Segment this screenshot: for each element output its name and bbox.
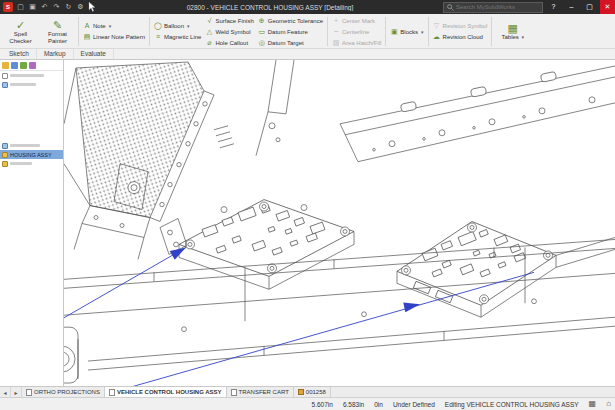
datum-target-icon: ◎: [258, 39, 266, 47]
revision-symbol-button[interactable]: ▽ Revision Symbol: [431, 21, 490, 31]
sheet-tab-bar: ◂ ▸ ORTHO PROJECTIONS VEHICLE CONTROL HO…: [0, 386, 615, 397]
note-button[interactable]: A Note ▾: [81, 21, 147, 31]
datum-feature-icon: ▭: [258, 28, 266, 36]
sheet-tab-vehicle-control-housing-assy[interactable]: VEHICLE CONTROL HOUSING ASSY: [105, 387, 227, 397]
magnetic-line-button[interactable]: ≡ Magnetic Line: [152, 32, 203, 42]
drawing-viewport[interactable]: .ln { fill:none; stroke:#4f4f4f; stroke-…: [64, 60, 615, 386]
commandmanager-ribbon: ✓ SpellChecker ✎ FormatPainter A Note ▾ …: [0, 14, 615, 49]
pcb-assembly-right-view[interactable]: [397, 222, 615, 318]
sheet-tab-001258[interactable]: 001258: [294, 387, 331, 397]
revision-cloud-button[interactable]: ☁ Revision Cloud: [431, 32, 490, 42]
ribbon-separator: [149, 17, 150, 46]
drawing-view-icon: [2, 82, 8, 88]
ribbon-separator: [428, 17, 429, 46]
balloon-button[interactable]: ◯ Balloon ▾: [152, 21, 203, 31]
minimize-button[interactable]: –: [564, 0, 579, 14]
sheet-nav-next-icon[interactable]: ▸: [11, 387, 22, 397]
ribbon-separator: [491, 17, 492, 46]
linear-note-pattern-icon: ▤: [83, 33, 91, 41]
format-painter-label-2: Painter: [48, 38, 67, 44]
weld-symbol-button[interactable]: △ Weld Symbol: [203, 27, 255, 37]
search-box[interactable]: [443, 2, 543, 13]
propertymanager-tab-icon[interactable]: [11, 62, 18, 69]
graphics-area[interactable]: .ln { fill:none; stroke:#4f4f4f; stroke-…: [64, 60, 615, 386]
tables-button[interactable]: ▦ Tables ▾: [494, 15, 531, 48]
center-mark-button[interactable]: + Center Mark: [330, 16, 383, 26]
search-input[interactable]: [456, 4, 539, 10]
rebuild-icon[interactable]: ↻: [64, 0, 73, 14]
cursor-z-coordinate: 0in: [374, 401, 383, 408]
open-icon[interactable]: ▢: [16, 0, 25, 14]
featuremanager-tab-icon[interactable]: [2, 62, 9, 69]
ribbon-separator: [78, 17, 79, 46]
help-button[interactable]: ?: [546, 0, 561, 14]
sheet-icon: [26, 389, 32, 396]
blocks-button[interactable]: ▣ Blocks ▾: [388, 27, 425, 37]
sheet-icon: [231, 389, 237, 396]
tree-item-housing-assy[interactable]: HOUSING ASSY: [0, 150, 63, 159]
cursor-y-coordinate: 6.583in: [343, 401, 364, 408]
tab-markup[interactable]: Markup: [37, 49, 74, 59]
magnetic-line-icon: ≡: [154, 33, 162, 41]
note-icon: A: [83, 22, 91, 30]
pane-toggle-icon[interactable]: ▦: [589, 398, 597, 410]
tree-item-label: HOUSING ASSY: [10, 152, 52, 158]
spell-checker-label-2: Checker: [9, 38, 31, 44]
format-painter-icon: ✎: [53, 19, 62, 31]
status-bar: 5.607in 6.583in 0in Under Defined Editin…: [0, 397, 615, 410]
tree-item[interactable]: [0, 71, 63, 80]
configurationmanager-tab-icon[interactable]: [20, 62, 27, 69]
maximize-button[interactable]: ▢: [582, 0, 597, 14]
surface-finish-button[interactable]: √ Surface Finish: [203, 16, 255, 26]
sheet-nav-prev-icon[interactable]: ◂: [0, 387, 11, 397]
commandmanager-tab-row: Sketch Markup Evaluate: [0, 49, 615, 60]
blocks-dropdown-arrow-icon[interactable]: ▾: [421, 29, 424, 35]
ribbon-separator: [385, 17, 386, 46]
datum-target-button[interactable]: ◎ Datum Target: [256, 38, 325, 48]
select-cursor-icon[interactable]: [88, 2, 97, 12]
home-icon[interactable]: ⌂: [606, 398, 611, 410]
tab-evaluate[interactable]: Evaluate: [74, 49, 114, 59]
close-button[interactable]: ✕: [600, 0, 615, 14]
dimxpert-tab-icon[interactable]: [29, 62, 36, 69]
solidworks-window: S ▢ ▣ ↶ ↷ ↻ ⚙ 02800 - VEHICLE CONTROL HO…: [0, 0, 615, 410]
tree-item[interactable]: [0, 80, 63, 89]
window-title: 02800 - VEHICLE CONTROL HOUSING ASSY [De…: [100, 4, 440, 11]
note-dropdown-arrow-icon[interactable]: ▾: [109, 23, 112, 29]
save-icon[interactable]: ▣: [28, 0, 37, 14]
balloon-icon: ◯: [154, 22, 162, 30]
redo-icon[interactable]: ↷: [52, 0, 61, 14]
pcb-assembly-left-view[interactable]: [160, 200, 354, 290]
revision-cloud-icon: ☁: [433, 33, 441, 41]
sheet-icon: [109, 389, 115, 396]
sheet-tab-transfer-cart[interactable]: TRANSFER CART: [227, 387, 294, 397]
geometric-tolerance-button[interactable]: ⊕ Geometric Tolerance: [256, 16, 325, 26]
editing-status: Editing VEHICLE CONTROL HOUSING ASSY: [445, 401, 579, 408]
hole-callout-button[interactable]: ⌀ Hole Callout: [203, 38, 255, 48]
undo-icon[interactable]: ↶: [40, 0, 49, 14]
top-cover-plate-view[interactable]: [340, 66, 615, 162]
datum-feature-button[interactable]: ▭ Datum Feature: [256, 27, 325, 37]
assembly-icon: [2, 161, 8, 167]
center-mark-icon: +: [332, 17, 340, 25]
linear-note-pattern-button[interactable]: ▤ Linear Note Pattern: [81, 32, 147, 42]
spell-checker-label-1: Spell: [14, 31, 27, 37]
sheet-tab-bar-filler: [331, 387, 615, 397]
tables-dropdown-arrow-icon[interactable]: ▾: [521, 34, 524, 40]
sheet-tab-ortho-projections[interactable]: ORTHO PROJECTIONS: [22, 387, 105, 397]
search-icon: [447, 4, 454, 11]
tab-sketch[interactable]: Sketch: [2, 49, 37, 59]
tree-item[interactable]: [0, 141, 63, 150]
format-painter-label-1: Format: [48, 31, 67, 37]
balloon-dropdown-arrow-icon[interactable]: ▾: [187, 23, 190, 29]
options-gear-icon[interactable]: ⚙: [76, 0, 85, 14]
spell-checker-button[interactable]: ✓ SpellChecker: [2, 15, 39, 48]
area-hatch-fill-button[interactable]: ▨ Area Hatch/Fill: [330, 38, 383, 48]
tree-item[interactable]: [0, 159, 63, 168]
leader-arrow: [403, 303, 420, 313]
area-hatch-fill-icon: ▨: [332, 39, 340, 47]
centerline-button[interactable]: ╌ Centerline: [330, 27, 383, 37]
hole-callout-icon: ⌀: [205, 39, 213, 47]
geometric-tolerance-icon: ⊕: [258, 17, 266, 25]
format-painter-button[interactable]: ✎ FormatPainter: [39, 15, 76, 48]
